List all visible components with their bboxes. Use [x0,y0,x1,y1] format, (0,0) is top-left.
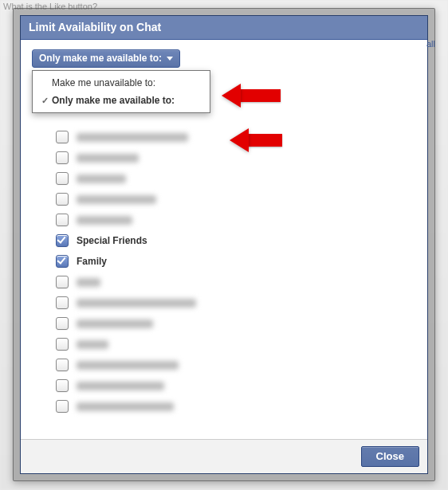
availability-dropdown-menu: Make me unavailable to:✓Only make me ava… [32,70,210,113]
list-checkbox[interactable] [56,379,69,392]
dropdown-option[interactable]: ✓Only make me available to: [33,92,210,109]
list-checkbox[interactable] [56,400,69,413]
limit-availability-dialog: Limit Availability on Chat Only make me … [20,15,428,474]
dropdown-button-label: Only make me available to: [39,53,162,64]
list-label-blurred [77,340,108,349]
dialog-footer: Close [21,439,427,473]
list-item [56,189,416,210]
list-label: Family [77,256,107,267]
list-checkbox[interactable] [56,338,69,351]
list-label-blurred [77,154,139,163]
list-checkbox[interactable] [56,172,69,185]
list-item [56,334,416,355]
dialog-title-bar: Limit Availability on Chat [21,16,427,40]
modal-overlay: all Limit Availability on Chat Only make… [13,8,435,481]
list-item [56,396,416,417]
list-item [56,127,416,147]
friend-lists-container: Special FriendsFamily [56,127,416,417]
availability-dropdown-button[interactable]: Only make me available to: [32,49,180,68]
list-item [56,355,416,375]
list-checkbox[interactable] [56,131,69,143]
list-item [56,375,416,396]
list-label-blurred [77,133,188,142]
list-checkbox[interactable] [56,296,69,309]
list-item [56,147,416,168]
list-label-blurred [77,382,164,390]
close-button[interactable]: Close [361,446,419,467]
list-checkbox[interactable] [56,214,69,226]
checkmark-icon: ✓ [39,96,50,106]
list-label-blurred [77,361,179,370]
list-label-blurred [77,402,174,411]
list-item [56,292,416,313]
dropdown-option-label: Only make me available to: [52,95,175,106]
list-label-blurred [77,319,153,328]
chevron-down-icon [167,57,173,61]
list-checkbox[interactable] [56,255,69,268]
list-checkbox[interactable] [56,193,69,206]
list-checkbox[interactable] [56,151,69,164]
list-item [56,272,416,292]
list-label-blurred [77,195,156,204]
dialog-title: Limit Availability on Chat [29,21,161,33]
list-item [56,210,416,230]
dialog-body: Only make me available to: Make me unava… [21,40,427,439]
dropdown-option-label: Make me unavailable to: [52,77,155,88]
list-item [56,313,416,334]
list-label-blurred [77,174,126,183]
list-item: Special Friends [56,230,416,251]
list-checkbox[interactable] [56,276,69,288]
list-label-blurred [77,216,132,225]
list-label-blurred [77,299,196,308]
list-checkbox[interactable] [56,234,69,247]
list-checkbox[interactable] [56,317,69,330]
list-item: Family [56,251,416,272]
list-item [56,168,416,189]
dropdown-option[interactable]: Make me unavailable to: [33,74,210,92]
list-checkbox[interactable] [56,359,69,371]
list-label-blurred [77,278,100,287]
all-link[interactable]: all [426,39,435,49]
list-label: Special Friends [77,235,147,246]
